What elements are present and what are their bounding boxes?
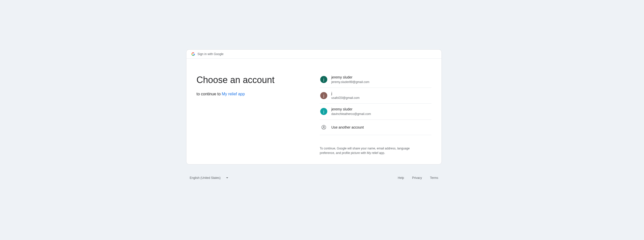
subheading-prefix: to continue to [196, 92, 222, 96]
left-column: Choose an account to continue to My reli… [196, 75, 320, 155]
chevron-down-icon [226, 177, 228, 178]
language-label: English (United States) [190, 176, 221, 180]
account-name: jeremy sluder [331, 107, 371, 112]
avatar: j [320, 92, 327, 99]
account-email: jeremy.sluder89@gmail.com [331, 80, 369, 84]
app-link[interactable]: My relief app [222, 92, 245, 96]
account-email: usafsf20@gmail.com [331, 96, 359, 100]
account-row[interactable]: jjeremy sluderjeremy.sluder89@gmail.com [320, 75, 431, 88]
subheading: to continue to My relief app [196, 92, 320, 96]
account-name: jeremy sluder [331, 75, 369, 80]
avatar: j [320, 76, 327, 83]
help-link[interactable]: Help [398, 176, 404, 180]
avatar: j [320, 108, 327, 115]
account-text: jeremy sluderjeremy.sluder89@gmail.com [331, 75, 369, 84]
account-text: jeremy sluderdavinchleatherco@gmail.com [331, 107, 371, 116]
card-header: Sign in with Google [186, 50, 441, 59]
user-circle-icon [320, 124, 327, 131]
header-label: Sign in with Google [197, 53, 223, 56]
disclosure-text: To continue, Google will share your name… [320, 146, 425, 155]
terms-link[interactable]: Terms [430, 176, 438, 180]
use-another-account[interactable]: Use another account [320, 120, 431, 135]
card-body: Choose an account to continue to My reli… [186, 59, 441, 164]
privacy-link[interactable]: Privacy [412, 176, 422, 180]
account-name: j [331, 91, 359, 96]
signin-card: Sign in with Google Choose an account to… [186, 49, 442, 165]
right-column: jjeremy sluderjeremy.sluder89@gmail.comj… [320, 75, 431, 155]
account-list: jjeremy sluderjeremy.sluder89@gmail.comj… [320, 75, 431, 120]
account-text: jusafsf20@gmail.com [331, 91, 359, 100]
footer-links: Help Privacy Terms [398, 176, 438, 180]
svg-point-1 [323, 126, 324, 127]
page-title: Choose an account [196, 75, 320, 85]
use-another-label: Use another account [331, 125, 364, 129]
account-row[interactable]: jjeremy sluderdavinchleatherco@gmail.com [320, 104, 431, 120]
footer: English (United States) Help Privacy Ter… [186, 176, 442, 180]
language-selector[interactable]: English (United States) [190, 176, 228, 180]
account-row[interactable]: jjusafsf20@gmail.com [320, 88, 431, 104]
account-email: davinchleatherco@gmail.com [331, 112, 371, 116]
google-logo-icon [191, 52, 195, 56]
